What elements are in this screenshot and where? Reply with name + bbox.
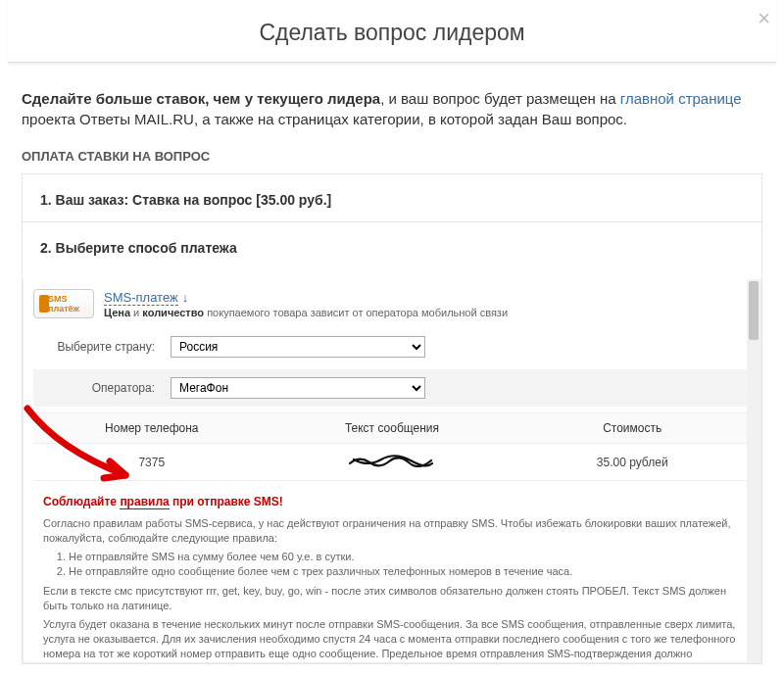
intro-bold: Сделайте больше ставок, чем у текущего л… — [22, 90, 380, 107]
modal-body: Сделайте больше ставок, чем у текущего л… — [0, 63, 784, 664]
warn-underline: правила — [120, 495, 169, 509]
sms-header: SMS платёж SMS-платеж↓ Цена и количество… — [33, 289, 751, 318]
table-header-row: Номер телефона Текст сообщения Стоимость — [33, 413, 751, 444]
operator-label: Оператора: — [43, 381, 171, 395]
sms-table: Номер телефона Текст сообщения Стоимость… — [33, 412, 751, 481]
sms-badge-icon: SMS платёж — [33, 289, 94, 318]
th-cost: Стоимость — [514, 413, 751, 444]
country-row: Выберите страну: Россия — [33, 328, 751, 365]
rules-li2: Не отправляйте одно сообщение более чем … — [69, 564, 741, 579]
sms-payment-link[interactable]: SMS-платеж — [104, 290, 178, 306]
rules-block: Согласно правилам работы SMS-сервиса, у … — [33, 516, 751, 663]
sms-subtext: Цена и количество покупаемого товара зав… — [104, 307, 508, 318]
modal-header: Сделать вопрос лидером — [8, 0, 776, 63]
modal-title: Сделать вопрос лидером — [8, 20, 776, 46]
intro-text: Сделайте больше ставок, чем у текущего л… — [22, 88, 762, 129]
intro-mid1: , и ваш вопрос будет размещен на — [380, 90, 620, 107]
sms-sub-b2: количество — [142, 307, 204, 318]
sms-sub-tail: покупаемого товара зависит от оператора … — [204, 307, 508, 318]
intro-mid2: проекта Ответы MAIL.RU, а также на стран… — [22, 111, 627, 127]
sms-sub-b1: Цена — [104, 307, 130, 318]
chevron-down-icon: ↓ — [182, 290, 189, 305]
country-label: Выберите страну: — [43, 340, 171, 354]
modal-dialog: × Сделать вопрос лидером Сделайте больше… — [0, 0, 784, 676]
sms-sub-mid: и — [130, 307, 142, 318]
warn-post: при отправке SMS! — [170, 495, 283, 508]
table-row: 7375 35.00 рублей — [33, 444, 751, 481]
payment-panel: SMS платёж SMS-платеж↓ Цена и количество… — [23, 279, 761, 663]
cell-text — [270, 444, 514, 481]
country-select[interactable]: Россия — [171, 336, 425, 358]
rules-list: Не отправляйте SMS на сумму более чем 60… — [69, 550, 741, 579]
cell-phone: 7375 — [33, 444, 270, 481]
operator-select[interactable]: МегаФон — [171, 377, 425, 399]
step2-title: 2. Выберите способ платежа — [40, 234, 744, 269]
cell-cost: 35.00 рублей — [514, 444, 751, 481]
section-label: ОПЛАТА СТАВКИ НА ВОПРОС — [22, 149, 762, 164]
sms-title-block: SMS-платеж↓ Цена и количество покупаемог… — [104, 290, 508, 318]
rules-li1: Не отправляйте SMS на сумму более чем 60… — [69, 550, 741, 564]
close-icon[interactable]: × — [758, 6, 770, 31]
rules-p3: Услуга будет оказана в течение нескольки… — [43, 617, 741, 663]
warning-title: Соблюдайте правила при отправке SMS! — [43, 495, 751, 508]
operator-row: Оператора: МегаФон — [33, 369, 751, 407]
th-text: Текст сообщения — [270, 413, 514, 444]
redaction-scribble-icon — [348, 454, 436, 467]
th-phone: Номер телефона — [33, 413, 270, 444]
rules-p1: Согласно правилам работы SMS-сервиса, у … — [43, 516, 741, 546]
scrollbar-thumb[interactable] — [749, 281, 759, 340]
divider — [23, 221, 761, 222]
step1-title: 1. Ваш заказ: Ставка на вопрос [35.00 ру… — [40, 186, 744, 221]
homepage-link[interactable]: главной странице — [620, 90, 742, 107]
rules-p2: Если в тексте смс присутствуют rrr, get,… — [43, 584, 741, 613]
steps-box: 1. Ваш заказ: Ставка на вопрос [35.00 ру… — [22, 173, 762, 664]
warn-pre: Соблюдайте — [43, 495, 120, 508]
scrollbar[interactable] — [747, 279, 760, 662]
